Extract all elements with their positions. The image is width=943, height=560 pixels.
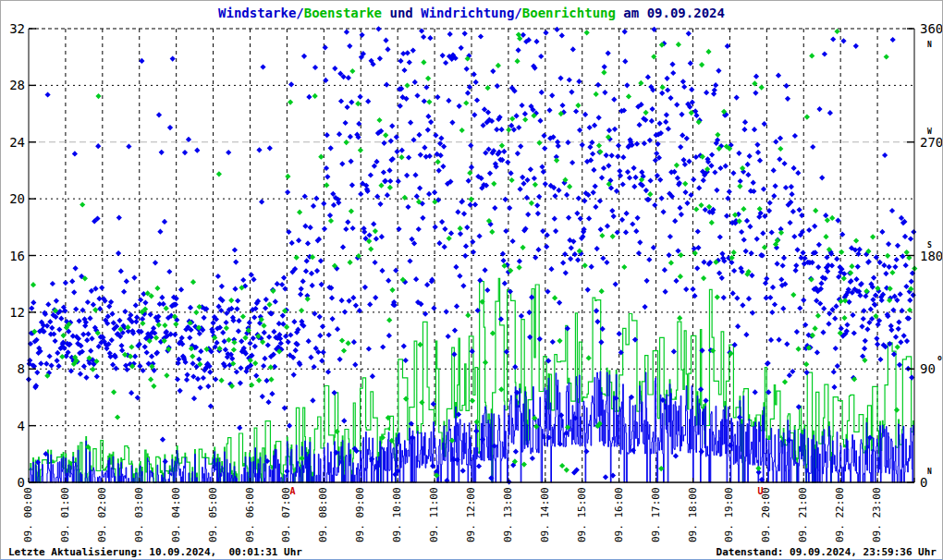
series-windstarke-line [29,371,914,482]
x-tick-label: 09. 11:00 [429,487,440,542]
direction-letter-w: W [927,128,932,136]
plot-canvas [1,1,942,559]
y-left-tick-label: 16 [3,249,25,263]
y-right-tick-label: 180 [920,249,943,263]
direction-letter-n: N [927,42,932,49]
y-right-tick-label: 270 [920,135,943,150]
y-left-tick-label: 20 [3,191,25,206]
y-left-tick-label: 32 [3,21,25,36]
x-tick-label: 09. 01:00 [60,487,71,542]
y-left-tick-label: 12 [3,305,25,320]
direction-letter-o: o [937,355,942,362]
direction-letter-s: S [927,242,932,250]
y-left-tick-label: 4 [3,419,25,433]
x-tick-label: 09. 08:00 [318,487,329,542]
y-right-tick-label: 0 [920,475,927,490]
x-tick-label: 09. 19:00 [724,487,735,542]
x-tick-label: 09. 13:00 [503,487,514,542]
x-tick-label: 09. 22:00 [835,487,846,542]
x-tick-label: 09. 00:00 [23,487,34,542]
x-tick-label: 09. 14:00 [540,487,551,542]
sun-marker-a: A [289,487,295,496]
x-tick-label: 09. 03:00 [134,487,145,542]
x-tick-label: 09. 17:00 [651,487,662,542]
x-tick-label: 09. 21:00 [798,487,809,542]
y-left-tick-label: 24 [3,135,25,150]
x-tick-label: 09. 18:00 [688,487,699,542]
sun-marker-u: U [758,487,764,496]
x-tick-label: 09. 12:00 [466,487,477,542]
y-right-tick-label: 360 [920,21,943,36]
last-update-text: Letzte Aktualisierung: 10.09.2024, 00:01… [8,546,302,558]
y-right-tick-label: 90 [920,361,936,376]
y-left-tick-label: 8 [3,361,25,376]
data-state-text: Datenstand: 09.09.2024, 23:59:36 Uhr [716,546,937,558]
x-tick-label: 09. 02:00 [97,487,108,542]
x-tick-label: 09. 04:00 [171,487,182,542]
x-tick-label: 09. 15:00 [577,487,588,542]
x-tick-label: 09. 16:00 [614,487,625,542]
direction-letter-n: N [927,469,932,476]
x-tick-label: 09. 05:00 [208,487,219,542]
x-tick-label: 09. 23:00 [872,487,883,542]
x-tick-label: 09. 09:00 [355,487,366,542]
x-tick-label: 09. 10:00 [392,487,403,542]
x-tick-label: 09. 06:00 [245,487,256,542]
y-left-tick-label: 28 [3,78,25,92]
wind-chart-window: Windstarke/Boenstarke und Windrichtung/B… [0,0,943,560]
